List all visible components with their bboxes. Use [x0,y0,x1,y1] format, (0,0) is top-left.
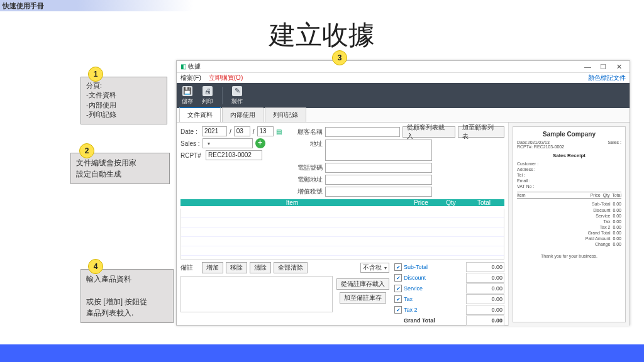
menu-colortag[interactable]: 顏色標記文件 [588,74,626,82]
doc-header: 快速使用手冊 [0,0,644,11]
pv-rcpt: REC2103-0002 [534,145,564,149]
tool-make[interactable]: ✎製作 [231,86,243,106]
tab-doc[interactable]: 文件資料 [179,107,221,122]
pv-t7: Paid Amount [586,236,611,241]
menu-file[interactable]: 檔案(F) [180,74,201,82]
callout-4-l1: 輸入產品資料 [86,275,131,283]
vat-input[interactable] [325,187,432,197]
load-remark-button[interactable]: 從備註庫存載入 [336,278,389,290]
val-subtotal: 0.00 [466,262,504,272]
taxmode-value: 不含稅 [363,263,382,272]
email-input[interactable] [325,175,432,185]
pv-v8: 0.00 [613,242,621,246]
tool-save[interactable]: 💾儲存 [182,86,193,106]
lbl-tax2: Tax 2 [404,307,464,313]
pv-v6: 0.00 [613,231,621,235]
chk-subtotal[interactable]: ✔ [394,263,402,271]
callout-1-l2: -內部使用 [86,101,116,109]
chk-tax2[interactable]: ✔ [394,306,402,314]
toolbar-separator [222,87,223,104]
pv-email: Email : [517,178,530,183]
pv-v1: 0.00 [613,202,621,206]
chevron-down-icon: ▾ [384,265,387,271]
pv-addr: Address : [517,167,536,172]
addr-input[interactable] [325,140,432,161]
page-title: 建立收據 [0,18,644,53]
pv-t2: Discount [593,208,610,212]
minimize-icon[interactable]: — [580,63,594,70]
val-tax2: 0.00 [466,305,504,315]
cust-input[interactable] [325,127,401,137]
date-day[interactable]: 13 [257,126,274,136]
menubar: 檔案(F) 立即購買(O) 顏色標記文件 [177,73,630,83]
item-add-button[interactable]: 增加 [202,262,223,273]
pv-col-item: Item [517,193,526,197]
callout-4-l3: 產品列表載入. [86,309,133,317]
totals-panel: ✔Sub-Total0.00 ✔Discount0.00 ✔Service0.0… [394,262,504,326]
item-clearall-button[interactable]: 全部清除 [274,262,308,273]
add-cust-button[interactable]: 加至顧客列表 [458,126,504,138]
remark-label: 備註 [180,263,199,272]
menu-buy[interactable]: 立即購買(O) [209,74,243,82]
calendar-icon[interactable]: ▤ [276,128,282,135]
window-title: 收據 [188,63,201,70]
callout-badge-1: 1 [88,67,103,82]
date-year[interactable]: 2021 [202,126,227,136]
chk-tax[interactable]: ✔ [394,295,402,303]
taxmode-select[interactable]: 不含稅▾ [360,263,389,273]
rcpt-label: RCPT# [180,152,203,159]
pv-thank: Thank you for your business. [517,253,621,259]
chk-discount[interactable]: ✔ [394,274,402,282]
footer-band [0,344,644,362]
col-price: Price [404,199,438,206]
callout-1-title: 分頁: [86,82,102,89]
item-move-button[interactable]: 移除 [226,262,247,273]
lbl-service: Service [404,285,464,292]
col-qty: Qty [438,199,464,206]
items-header: Item Price Qty Total [180,199,504,206]
date-label: Date : [180,128,199,135]
pv-vat: VAT No : [517,184,534,189]
items-grid[interactable] [180,209,504,260]
close-icon[interactable]: ✕ [612,63,626,71]
tab-printlog[interactable]: 列印記錄 [265,107,306,122]
pv-col-price: Price [591,193,601,197]
toolbar: 💾儲存 🖨列印 ✎製作 [177,83,630,108]
item-clear-button[interactable]: 清除 [250,262,271,273]
col-total: Total [464,199,504,206]
chk-service[interactable]: ✔ [394,285,402,292]
callout-badge-4: 4 [88,259,103,274]
val-discount: 0.00 [466,273,504,283]
vat-label: 增值稅號 [294,187,323,196]
pv-v3: 0.00 [613,214,621,218]
print-icon: 🖨 [203,86,213,96]
main-panel: Date : 2021/ 03/ 13 ▤ Sales : ▾ + RC [177,123,508,326]
tool-print[interactable]: 🖨列印 [202,86,213,106]
pv-t1: Sub-Total [592,202,611,206]
callout-note-4: 輸入產品資料 或按 [增加] 按鈕從 產品列表載入. [80,269,174,323]
val-service: 0.00 [466,283,504,293]
add-sales-button[interactable]: + [255,138,265,148]
pv-col-total: Total [612,193,621,197]
remark-textarea[interactable] [180,276,333,312]
val-tax: 0.00 [466,294,504,304]
save-remark-button[interactable]: 加至備註庫存 [340,292,386,304]
addr-label: 地址 [294,140,323,148]
pv-v7: 0.00 [613,236,621,241]
chevron-down-icon: ▾ [208,141,210,146]
tab-internal[interactable]: 內部使用 [222,107,264,122]
window-titlebar: ◧ 收據 — ☐ ✕ [177,61,630,73]
pv-title: Sales Receipt [517,153,621,158]
date-month[interactable]: 03 [234,126,250,136]
tel-input[interactable] [325,163,432,173]
pv-tel: Tel : [517,173,525,177]
rcpt-input[interactable]: REC2103-0002 [206,150,262,160]
tool-save-label: 儲存 [182,97,193,106]
lbl-tax: Tax [404,296,464,302]
callout-badge-3: 3 [332,50,347,65]
maximize-icon[interactable]: ☐ [596,63,610,71]
callout-badge-2: 2 [79,143,94,158]
pv-sales-lbl: Sales : [608,140,621,145]
sales-select[interactable]: ▾ [203,138,253,148]
load-cust-button[interactable]: 從顧客列表載入 [402,126,455,138]
